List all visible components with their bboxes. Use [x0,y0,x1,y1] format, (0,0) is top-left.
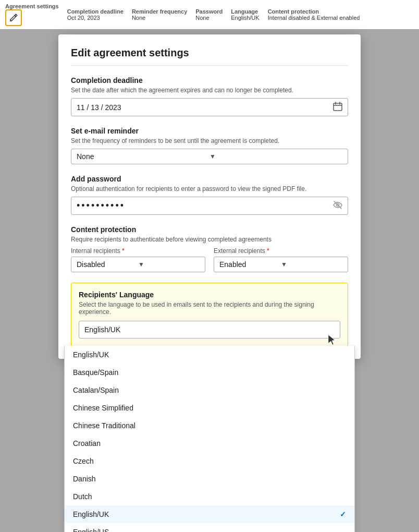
completion-deadline-section: Completion deadline Oct 20, 2023 [67,8,124,21]
edit-agreement-modal: Edit agreement settings Completion deadl… [58,34,361,359]
lang-item-dutch[interactable]: Dutch [65,488,354,505]
agreement-settings-section: Agreement settings [5,3,59,26]
password-section: Password None [195,8,223,21]
content-protection-modal-desc: Require recipients to authenticate befor… [71,236,348,243]
email-reminder-title: Set e-mail reminder [71,127,348,135]
date-input[interactable] [77,103,333,112]
language-dropdown-list[interactable]: English/UK Basque/Spain Catalan/Spain Ch… [64,346,355,532]
recipients-language-desc: Select the language to be used in emails… [79,301,340,316]
chevron-down-icon: ▼ [210,153,342,160]
add-password-section: Add password Optional authentication for… [71,175,348,215]
lang-item-english-uk-top[interactable]: English/UK [65,346,354,364]
external-recipients-dropdown[interactable]: Enabled ▼ [214,257,348,272]
language-section: Language English/UK [231,8,259,21]
completion-deadline-title: Completion deadline [71,76,348,84]
lang-item-chinese-simplified[interactable]: Chinese Simplified [65,399,354,417]
internal-selected: Disabled [77,260,138,269]
cursor-icon [325,334,338,346]
content-protection-value: Internal disabled & External enabled [268,15,360,21]
password-row[interactable] [71,197,348,215]
content-protection-label: Content protection [268,8,360,15]
modal-overlay[interactable]: Edit agreement settings Completion deadl… [0,29,419,532]
chevron-down-icon: ▼ [138,261,200,268]
email-reminder-desc: Set the frequency of reminders to be sen… [71,137,348,144]
lang-item-catalan-spain[interactable]: Catalan/Spain [65,381,354,399]
completion-deadline-desc: Set the date after which the agreement e… [71,87,348,94]
eye-slash-icon[interactable] [333,200,342,211]
language-label: Language [231,8,259,15]
chevron-down-icon: ▼ [281,261,342,268]
internal-recipients-col: Internal recipients * Disabled ▼ [71,247,205,272]
agreement-settings-label: Agreement settings [5,3,59,9]
internal-required-marker: * [122,247,125,255]
external-selected: Enabled [219,260,281,269]
external-recipients-col: External recipients * Enabled ▼ [214,247,348,272]
recipients-language-section: Recipients' Language Select the language… [71,283,348,346]
recipients-language-title: Recipients' Language [79,291,340,299]
calendar-icon[interactable] [333,102,342,113]
completion-deadline-value: Oct 20, 2023 [67,15,124,21]
language-selected-value: English/UK [84,325,335,334]
content-protection-modal-title: Content protection [71,225,348,234]
modal-title: Edit agreement settings [71,47,348,66]
internal-recipients-dropdown[interactable]: Disabled ▼ [71,257,205,272]
lang-item-english-us[interactable]: English/US [65,523,354,532]
add-password-title: Add password [71,175,348,183]
email-reminder-dropdown[interactable]: None ▼ [71,149,348,164]
password-input[interactable] [77,200,333,211]
completion-deadline-label: Completion deadline [67,8,124,15]
edit-agreement-settings-button[interactable] [5,9,22,26]
internal-recipients-label: Internal recipients * [71,247,205,255]
lang-item-danish[interactable]: Danish [65,470,354,488]
svg-rect-0 [334,103,342,111]
selected-checkmark: ✓ [340,510,346,518]
add-password-desc: Optional authentication for recipients t… [71,185,348,192]
completion-deadline-section: Completion deadline Set the date after w… [71,76,348,116]
lang-item-english-uk[interactable]: English/UK ✓ [65,505,354,523]
lang-item-chinese-traditional[interactable]: Chinese Traditional [65,417,354,434]
content-protection-modal-section: Content protection Require recipients to… [71,225,348,272]
email-reminder-selected: None [77,152,210,161]
reminder-frequency-label: Reminder frequency [132,8,187,15]
external-required-marker: * [267,247,269,255]
lang-item-croatian[interactable]: Croatian [65,434,354,452]
edit-icon [9,13,18,22]
content-protection-cols: Internal recipients * Disabled ▼ Externa… [71,247,348,272]
external-recipients-label: External recipients * [214,247,348,255]
language-value: English/UK [231,15,259,21]
reminder-frequency-value: None [132,15,187,21]
reminder-frequency-section: Reminder frequency None [132,8,187,21]
email-reminder-section: Set e-mail reminder Set the frequency of… [71,127,348,164]
lang-item-basque-spain[interactable]: Basque/Spain [65,364,354,381]
language-dropdown-trigger[interactable]: English/UK [79,321,340,338]
password-value: None [195,15,223,21]
lang-item-czech[interactable]: Czech [65,452,354,470]
password-label: Password [195,8,223,15]
content-protection-section: Content protection Internal disabled & E… [268,8,360,21]
top-bar: Agreement settings Completion deadline O… [0,0,419,30]
date-input-row[interactable] [71,98,348,116]
